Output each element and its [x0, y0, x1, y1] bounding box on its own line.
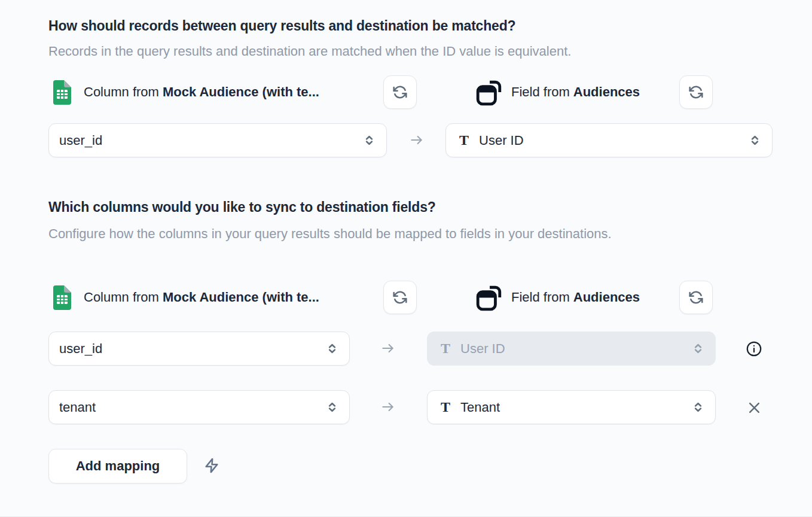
chevrons-up-down-icon — [692, 342, 704, 355]
match-dest-header: Field fromAudiences — [511, 75, 640, 109]
mapping-dest-value: Tenant — [460, 400, 692, 415]
text-type-icon: T — [441, 399, 450, 415]
refresh-icon — [392, 290, 408, 305]
refresh-source-columns-button[interactable] — [383, 281, 417, 314]
chevrons-up-down-icon — [363, 134, 376, 147]
chevrons-up-down-icon — [326, 401, 338, 413]
x-icon — [746, 400, 762, 416]
match-dest-select[interactable]: T User ID — [445, 123, 773, 157]
match-section-heading: How should records between query results… — [48, 18, 515, 34]
arrow-right-icon — [380, 340, 396, 356]
refresh-icon — [688, 290, 704, 305]
audiences-icon — [475, 79, 503, 107]
refresh-icon — [688, 84, 704, 100]
source-header-prefix: Column from — [84, 290, 159, 305]
mapping-info-button[interactable] — [746, 340, 762, 357]
match-source-value: user_id — [59, 133, 363, 148]
mapping-source-value: user_id — [59, 341, 326, 357]
refresh-dest-fields-button[interactable] — [679, 281, 713, 314]
mappings-section-subtitle: Configure how the columns in your query … — [48, 222, 646, 246]
remove-mapping-button[interactable] — [746, 399, 762, 416]
info-circle-icon — [746, 340, 762, 357]
chevrons-up-down-icon — [692, 401, 704, 413]
google-sheets-icon — [53, 80, 72, 105]
google-sheets-icon — [53, 285, 72, 310]
arrow-right-icon — [409, 132, 425, 148]
mapping-row-source-select[interactable]: tenant — [48, 390, 350, 424]
match-dest-value: User ID — [479, 133, 749, 148]
match-section-subtitle: Records in the query results and destina… — [48, 39, 571, 63]
text-type-icon: T — [459, 132, 469, 148]
add-mapping-button[interactable]: Add mapping — [48, 449, 187, 483]
dest-header-prefix: Field from — [511, 290, 570, 305]
refresh-dest-fields-button[interactable] — [679, 75, 713, 109]
mappings-section-heading: Which columns would you like to sync to … — [48, 199, 436, 215]
dest-name: Audiences — [573, 290, 640, 305]
chevrons-up-down-icon — [749, 134, 761, 147]
mapping-row-source-select[interactable]: user_id — [48, 332, 350, 366]
match-source-select[interactable]: user_id — [48, 123, 387, 157]
mapping-row-dest-select[interactable]: T Tenant — [427, 390, 716, 424]
sync-configuration-panel: How should records between query results… — [0, 0, 812, 517]
suggest-mappings-button[interactable] — [202, 456, 221, 475]
lightning-bolt-icon — [203, 457, 220, 474]
arrow-right-icon — [380, 399, 396, 415]
match-source-header: Column fromMock Audience (with te... — [84, 75, 319, 109]
mapping-row-dest-select-disabled: T User ID — [427, 332, 716, 366]
text-type-icon: T — [441, 340, 450, 357]
mapping-source-value: tenant — [59, 400, 326, 415]
mappings-source-header: Column fromMock Audience (with te... — [84, 281, 319, 314]
dest-header-prefix: Field from — [511, 84, 570, 99]
source-name: Mock Audience (with te... — [163, 290, 319, 305]
chevrons-up-down-icon — [326, 342, 338, 355]
refresh-source-columns-button[interactable] — [383, 75, 417, 109]
audiences-icon — [475, 284, 503, 312]
mappings-dest-header: Field fromAudiences — [511, 281, 640, 314]
dest-name: Audiences — [573, 84, 640, 99]
source-header-prefix: Column from — [84, 84, 159, 99]
source-name: Mock Audience (with te... — [163, 84, 319, 99]
refresh-icon — [392, 84, 408, 100]
mapping-dest-value: User ID — [460, 341, 692, 357]
